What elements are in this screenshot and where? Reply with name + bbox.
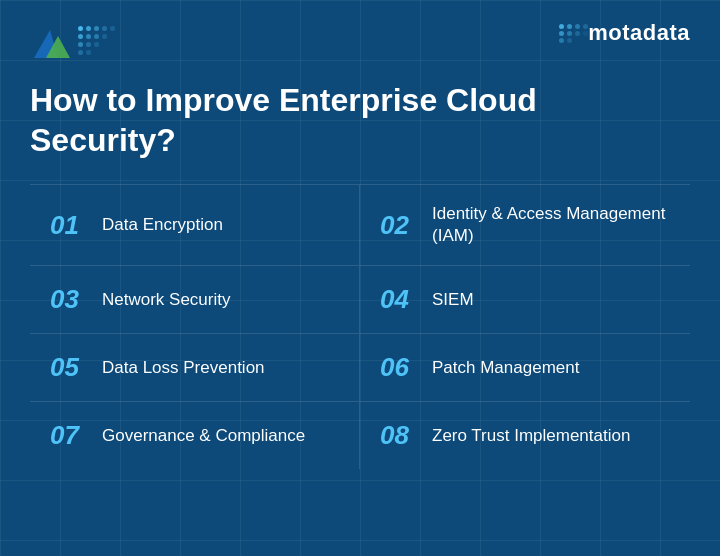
list-item: 07Governance & Compliance bbox=[30, 401, 360, 469]
motadata-logo: motadata bbox=[559, 20, 690, 46]
main-content: motadata How to Improve Enterprise Cloud… bbox=[0, 0, 720, 489]
item-label: SIEM bbox=[432, 289, 474, 311]
page-container: motadata How to Improve Enterprise Cloud… bbox=[0, 0, 720, 556]
item-label: Zero Trust Implementation bbox=[432, 425, 630, 447]
item-label: Data Encryption bbox=[102, 214, 223, 236]
item-label: Data Loss Prevention bbox=[102, 357, 265, 379]
item-label: Network Security bbox=[102, 289, 230, 311]
list-item: 03Network Security bbox=[30, 265, 360, 333]
items-grid: 01Data Encryption02Identity & Access Man… bbox=[30, 184, 690, 469]
item-number: 08 bbox=[380, 420, 416, 451]
header: motadata bbox=[30, 20, 690, 62]
logo-left bbox=[30, 20, 115, 62]
item-number: 05 bbox=[50, 352, 86, 383]
title-section: How to Improve Enterprise Cloud Security… bbox=[30, 80, 690, 160]
item-number: 04 bbox=[380, 284, 416, 315]
motadata-text: motadata bbox=[588, 20, 690, 46]
list-item: 02Identity & Access Management (IAM) bbox=[360, 184, 690, 265]
list-item: 08Zero Trust Implementation bbox=[360, 401, 690, 469]
logo-dots-left bbox=[78, 26, 115, 55]
item-number: 02 bbox=[380, 210, 416, 241]
item-number: 01 bbox=[50, 210, 86, 241]
item-number: 06 bbox=[380, 352, 416, 383]
page-title: How to Improve Enterprise Cloud Security… bbox=[30, 80, 690, 160]
list-item: 06Patch Management bbox=[360, 333, 690, 401]
list-item: 05Data Loss Prevention bbox=[30, 333, 360, 401]
logo-triangle-icon bbox=[30, 20, 72, 62]
item-number: 03 bbox=[50, 284, 86, 315]
item-number: 07 bbox=[50, 420, 86, 451]
item-label: Governance & Compliance bbox=[102, 425, 305, 447]
list-item: 01Data Encryption bbox=[30, 184, 360, 265]
list-item: 04SIEM bbox=[360, 265, 690, 333]
motadata-dots-right bbox=[559, 24, 588, 43]
item-label: Patch Management bbox=[432, 357, 579, 379]
item-label: Identity & Access Management (IAM) bbox=[432, 203, 670, 247]
